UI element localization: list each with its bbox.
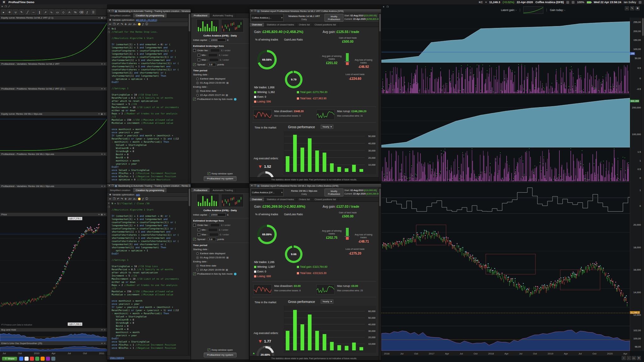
scrollbar-thumb[interactable]	[379, 14, 381, 31]
trade-pnl-histogram-2[interactable]	[381, 148, 630, 182]
wrench-icon[interactable]: ✦	[101, 342, 103, 345]
search-icon[interactable]: ✛	[125, 197, 127, 200]
trade-pnl-histogram-1[interactable]	[381, 63, 630, 94]
calendar-icon[interactable]: ▦	[226, 256, 229, 259]
close-icon[interactable]: ✕	[251, 184, 253, 187]
order-fee-checkbox[interactable]	[193, 224, 196, 227]
tab-orders-list[interactable]: Orders list	[297, 197, 312, 201]
tab-automatic-trading[interactable]: Automatic Trading	[210, 188, 236, 192]
menubar-clock[interactable]: Wed 22 Apr 23:56:24	[594, 1, 621, 4]
realtime-date-radio[interactable]	[196, 90, 199, 92]
tab-statistics[interactable]: Statistics of closed trades	[264, 197, 297, 201]
spread-checkbox[interactable]	[193, 63, 196, 66]
buy-and-hold-chart[interactable]	[0, 332, 107, 341]
equity-curve-chart-2[interactable]	[0, 116, 107, 151]
variables-panel-2[interactable]	[0, 188, 107, 212]
close-icon[interactable]: ✕	[251, 10, 253, 12]
scroll-up-arrow-icon[interactable]: ▲	[252, 351, 255, 355]
tab-simplified-creation[interactable]: Simplified creation	[107, 13, 133, 18]
pencil-icon[interactable]: ✎	[19, 9, 24, 15]
screen-mirroring-icon[interactable]	[566, 1, 569, 4]
order-fee-input[interactable]	[210, 49, 220, 52]
probacktest-thumbnail[interactable]	[197, 194, 219, 207]
keep-window-checkbox[interactable]	[208, 172, 210, 175]
panel-header-price[interactable]: Price ✦▣✕	[0, 212, 107, 217]
tick-mode-checkbox[interactable]	[193, 272, 196, 275]
arrow-icon[interactable]: ↗	[43, 9, 48, 15]
price-axis[interactable]: 255,00200,00150,00100,0050,00	[630, 18, 641, 63]
tab-orders-list[interactable]: Orders list	[297, 23, 312, 27]
code-editor[interactable]: N=1//ValueX for the Renko Stop Loss. //H…	[111, 27, 188, 183]
detach-icon[interactable]: ❐	[112, 184, 114, 187]
close-icon[interactable]: ✕	[108, 202, 110, 205]
order-fee-input[interactable]	[210, 223, 220, 227]
tab-statistics[interactable]: Statistics of closed trades	[264, 23, 297, 27]
dock-icon[interactable]	[46, 357, 50, 361]
gear-icon[interactable]: ✱	[109, 19, 111, 21]
rhombus-icon[interactable]: ◇	[61, 9, 66, 15]
zoom-control-icon[interactable]: −	[627, 356, 631, 360]
copy-icon[interactable]: ❐	[108, 206, 110, 208]
keep-window-checkbox[interactable]	[208, 348, 210, 351]
tick-mode-checkbox[interactable]	[193, 98, 196, 101]
close-icon[interactable]: ✕	[104, 185, 106, 188]
info-icon[interactable]: ⓘ	[145, 22, 148, 26]
trend-line-icon[interactable]: ╱	[25, 9, 30, 15]
realtime-date-radio[interactable]	[196, 265, 199, 267]
cut-icon[interactable]: ✂	[109, 23, 111, 26]
wrench-icon[interactable]: ✦	[101, 153, 103, 156]
timeline-right[interactable]: 2016JulOct2017AprJulOct2018AprJulOct2019…	[381, 351, 630, 356]
layout-icon[interactable]: ☰	[91, 9, 96, 15]
spread-input[interactable]	[208, 238, 216, 241]
window-titlebar[interactable]: ✕ ❐ ▦ Backtesting & Automatic Trading - …	[107, 9, 191, 13]
detach-icon[interactable]: ❐	[386, 6, 388, 8]
indicator-axis[interactable]: 1.510.50	[630, 148, 641, 182]
camera-icon[interactable]: ▣	[101, 17, 103, 19]
close-icon[interactable]: ✕	[104, 342, 106, 345]
positions-panel-2[interactable]	[0, 156, 107, 184]
camera-icon[interactable]: ▣	[101, 113, 103, 115]
wrench-icon[interactable]: ✦	[101, 329, 103, 331]
dock-icon[interactable]	[25, 357, 29, 361]
dock-icon[interactable]	[35, 357, 39, 361]
close-icon[interactable]: ✕	[104, 213, 106, 216]
scrollbar[interactable]	[188, 188, 191, 355]
detach-icon[interactable]: ❐	[5, 5, 7, 8]
initial-capital-input[interactable]	[209, 38, 226, 42]
scrollbar-thumb[interactable]	[189, 189, 190, 206]
period-select[interactable]: Yearly▾	[321, 125, 333, 129]
start-date-radio[interactable]	[196, 82, 199, 84]
calendar-icon[interactable]: ▦	[226, 81, 229, 84]
position-axis[interactable]: 10	[630, 182, 641, 214]
apple-menu-icon[interactable]: ⌘	[3, 1, 5, 4]
panel-header-equity1[interactable]: Equity curve: Nineless Renko 1d ML1 VRT …	[0, 16, 107, 20]
tab-simplified-creation[interactable]: Simplified creation	[107, 188, 133, 192]
close-icon[interactable]: ✕	[108, 10, 110, 12]
equity-curve-chart-1[interactable]	[0, 20, 107, 61]
font-increase-icon[interactable]: A+	[128, 197, 132, 200]
price-axis[interactable]: 20,00018,00016,00014,00012,000	[630, 214, 641, 326]
wrench-icon[interactable]: ✦	[98, 213, 100, 216]
undo-icon[interactable]: ↶	[117, 197, 119, 200]
max-fee-input[interactable]	[209, 58, 219, 62]
dock-icon[interactable]	[19, 357, 23, 361]
zoom-icon[interactable]: +	[625, 6, 629, 10]
tab-creation-by-programming[interactable]: Creation by programming	[133, 188, 167, 192]
dock-icon[interactable]	[51, 357, 55, 361]
font-increase-icon[interactable]: A+	[128, 23, 132, 26]
tab-overview[interactable]: Overview	[250, 23, 264, 27]
panel-header-pos1[interactable]: ProBacktest - Positions: Nineless Renko …	[0, 87, 107, 91]
scrollbar-thumb[interactable]	[642, 18, 644, 36]
variable-optimization-value[interactable]: q[2;10[;1] , r[1;10[;1]	[136, 19, 157, 21]
wifi-icon[interactable]	[572, 1, 575, 4]
equity-area-chart-1[interactable]	[381, 18, 630, 63]
close-icon[interactable]: ✕	[1, 5, 3, 8]
copy-icon[interactable]: ❐	[108, 31, 110, 34]
font-decrease-icon[interactable]: A−	[133, 197, 137, 200]
spread-input[interactable]	[208, 63, 216, 66]
panel-header-pos2[interactable]: ProBacktest - Positions: Renko 1M ML1 St…	[0, 152, 107, 156]
scrollbar[interactable]	[641, 18, 644, 351]
window-titlebar[interactable]: ✕ ❐ ▤ Detailed report ProBacktest Renko …	[250, 184, 381, 188]
panel-header-buyhold[interactable]: Buy and Hold ✦✕	[0, 328, 107, 332]
max-fee-checkbox[interactable]	[197, 58, 200, 61]
